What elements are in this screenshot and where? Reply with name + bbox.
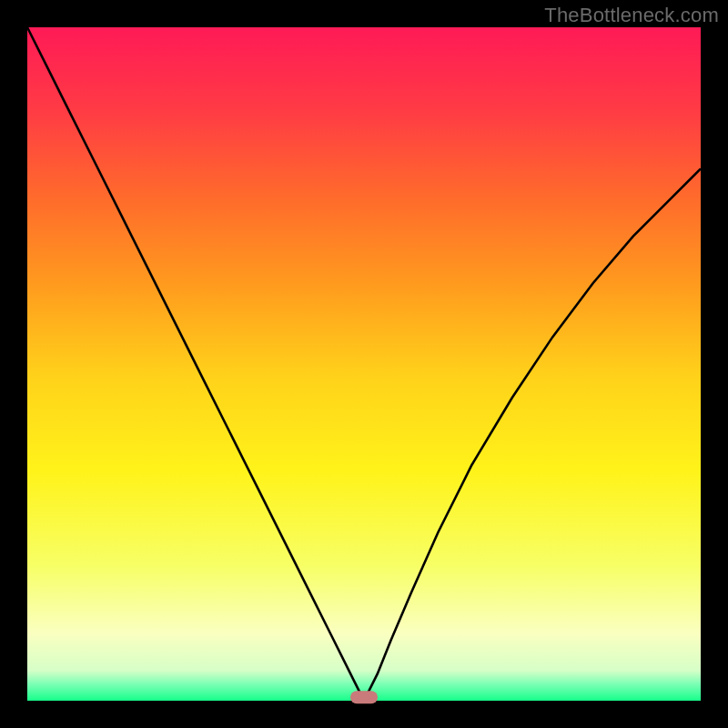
- chart-gradient-background: [27, 27, 701, 701]
- watermark-text: TheBottleneck.com: [544, 4, 719, 27]
- bottleneck-chart: [0, 0, 728, 728]
- chart-minimum-marker: [350, 691, 378, 703]
